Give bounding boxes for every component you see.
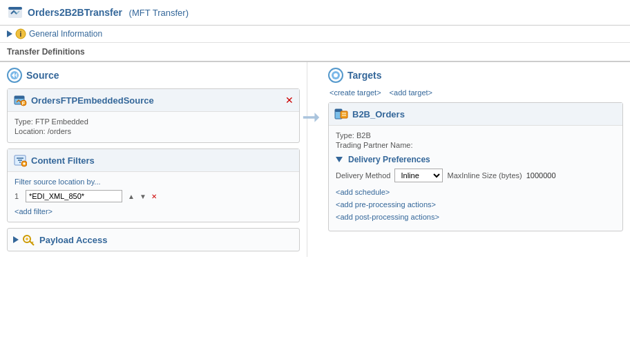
delivery-expand-icon[interactable]: [336, 157, 343, 162]
source-card-body: Type: FTP Embedded Location: /orders: [8, 112, 299, 142]
filter-action-buttons: ▲ ▼ ✕: [126, 193, 158, 200]
app-subtitle: (MFT Transfer): [126, 8, 189, 18]
delivery-method-select[interactable]: Inline Queued: [394, 169, 443, 182]
delivery-preferences-title: Delivery Preferences: [336, 155, 615, 164]
payload-access-card: Payload Access: [7, 228, 300, 251]
transfer-icon: [7, 4, 23, 21]
svg-point-20: [26, 238, 28, 240]
b2b-card-title: B2B_Orders: [352, 109, 617, 119]
svg-text:F: F: [22, 101, 26, 106]
payload-icon: [21, 233, 35, 247]
b2b-trading-partner-line: Trading Partner Name:: [336, 141, 615, 149]
filter-row-1: 1 ▲ ▼ ✕: [15, 190, 292, 202]
svg-text:i: i: [20, 30, 22, 38]
source-type-line: Type: FTP Embedded: [15, 117, 292, 126]
source-icon: [7, 68, 22, 83]
b2b-orders-card: B2B_Orders Type: B2B Trading Partner Nam…: [328, 102, 623, 231]
b2b-card-header: B2B_Orders: [329, 103, 622, 126]
add-postprocessing-link[interactable]: <add post-processing actions>: [336, 213, 615, 221]
source-header: Source: [7, 68, 300, 83]
add-target-link[interactable]: <add target>: [390, 88, 432, 97]
left-panel: Source F OrdersFTPEmbeddedSource ✕ Type:…: [0, 62, 307, 257]
targets-icon: [328, 68, 343, 83]
delivery-method-label: Delivery Method: [336, 171, 390, 180]
app-title: Orders2B2BTransfer: [28, 7, 122, 18]
source-close-button[interactable]: ✕: [285, 95, 294, 106]
target-actions: <create target> <add target>: [328, 88, 623, 97]
app-header: Orders2B2BTransfer (MFT Transfer): [0, 0, 630, 26]
maxinline-value: 1000000: [526, 171, 556, 180]
add-schedule-link[interactable]: <add schedule>: [336, 188, 615, 196]
source-card-title: OrdersFTPEmbeddedSource: [31, 95, 285, 106]
info-icon: i: [15, 28, 26, 39]
ftp-icon: F: [13, 93, 27, 107]
payload-access-header: Payload Access: [8, 229, 299, 251]
add-filter-link[interactable]: <add filter>: [15, 207, 52, 215]
source-location-line: Location: /orders: [15, 127, 292, 135]
payload-access-title: Payload Access: [39, 235, 294, 245]
content-filters-card: Content Filters Filter source location b…: [7, 149, 300, 222]
filter-icon: [13, 153, 27, 167]
svg-line-19: [32, 242, 33, 243]
nav-row: i General Information: [0, 26, 630, 43]
right-panel: Targets <create target> <add target> B2B…: [307, 62, 630, 257]
arrow-connector: ➞: [302, 104, 321, 130]
source-card-header: F OrdersFTPEmbeddedSource ✕: [8, 89, 299, 112]
targets-header: Targets: [328, 68, 623, 83]
svg-point-23: [334, 73, 338, 77]
filter-delete-button[interactable]: ✕: [150, 193, 158, 200]
b2b-type-line: Type: B2B: [336, 131, 615, 140]
payload-expand-icon[interactable]: [13, 236, 19, 243]
content-filters-title: Content Filters: [31, 155, 294, 166]
panels-wrapper: ➞ Source F: [0, 62, 630, 257]
add-preprocessing-link[interactable]: <add pre-processing actions>: [336, 200, 615, 209]
content-filters-body: Filter source location by... 1 ▲ ▼ ✕ <ad…: [8, 172, 299, 222]
filter-input-1[interactable]: [26, 190, 122, 202]
filter-down-button[interactable]: ▼: [138, 193, 148, 200]
nav-expand-icon[interactable]: [7, 30, 12, 37]
maxinline-label: MaxInline Size (bytes): [447, 171, 522, 180]
create-target-link[interactable]: <create target>: [330, 88, 381, 97]
content-filters-header: Content Filters: [8, 149, 299, 172]
filter-subtitle: Filter source location by...: [15, 178, 292, 186]
b2b-icon: [334, 107, 348, 121]
source-card: F OrdersFTPEmbeddedSource ✕ Type: FTP Em…: [7, 88, 300, 143]
b2b-card-body: Type: B2B Trading Partner Name: Delivery…: [329, 126, 622, 231]
svg-rect-26: [341, 111, 347, 118]
filter-up-button[interactable]: ▲: [126, 193, 136, 200]
transfer-definitions-header: Transfer Definitions: [0, 43, 630, 61]
filter-number: 1: [15, 192, 26, 200]
svg-rect-1: [8, 7, 22, 10]
delivery-method-row: Delivery Method Inline Queued MaxInline …: [336, 169, 615, 182]
general-information-link[interactable]: General Information: [29, 29, 102, 39]
svg-rect-9: [15, 96, 24, 99]
